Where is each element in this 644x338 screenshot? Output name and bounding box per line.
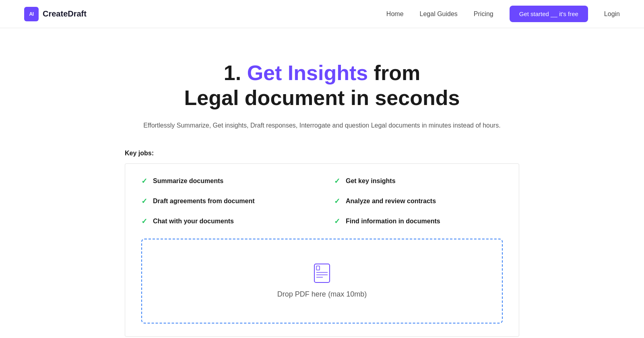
features-grid: ✓ Summarize documents ✓ Get key insights… [141,177,503,226]
hero-subtitle: Effortlessly Summarize, Get insights, Dr… [125,120,519,131]
feature-label: Find information in documents [346,218,440,225]
logo[interactable]: AI CreateDraft [24,7,87,21]
logo-icon: AI [24,7,39,21]
list-item: ✓ Find information in documents [334,217,503,226]
hero-title: 1. Get Insights from Legal document in s… [125,60,519,111]
hero-title-suffix: from [368,61,420,84]
features-container: ✓ Summarize documents ✓ Get key insights… [125,163,519,337]
nav-legal-guides[interactable]: Legal Guides [420,10,458,18]
pdf-icon [314,264,330,283]
key-jobs-label: Key jobs: [125,150,519,157]
pdf-drop-zone[interactable]: Drop PDF here (max 10mb) [141,239,503,324]
list-item: ✓ Summarize documents [141,177,310,185]
feature-label: Draft agreements from document [153,198,255,205]
list-item: ✓ Get key insights [334,177,503,185]
nav-home[interactable]: Home [386,10,404,18]
hero-title-highlight: Get Insights [247,61,368,84]
feature-label: Analyze and review contracts [346,198,436,205]
drop-zone-text: Drop PDF here (max 10mb) [277,289,367,299]
list-item: ✓ Analyze and review contracts [334,197,503,206]
hero-title-prefix: 1. [224,61,247,84]
feature-label: Chat with your documents [153,218,234,225]
navbar: AI CreateDraft Home Legal Guides Pricing… [0,0,644,28]
check-icon: ✓ [141,217,147,226]
check-icon: ✓ [334,177,340,185]
nav-pricing[interactable]: Pricing [474,10,493,18]
check-icon: ✓ [334,197,340,206]
nav-links: Home Legal Guides Pricing Get started __… [386,6,620,22]
login-link[interactable]: Login [604,10,620,18]
check-icon: ✓ [334,217,340,226]
feature-label: Get key insights [346,177,396,185]
check-icon: ✓ [141,197,147,206]
list-item: ✓ Draft agreements from document [141,197,310,206]
hero-title-line2: Legal document in seconds [184,86,460,109]
check-icon: ✓ [141,177,147,185]
get-started-button[interactable]: Get started __ it's free [510,6,588,22]
logo-name: CreateDraft [43,9,87,19]
feature-label: Summarize documents [153,177,223,185]
main-content: 1. Get Insights from Legal document in s… [109,28,535,338]
list-item: ✓ Chat with your documents [141,217,310,226]
